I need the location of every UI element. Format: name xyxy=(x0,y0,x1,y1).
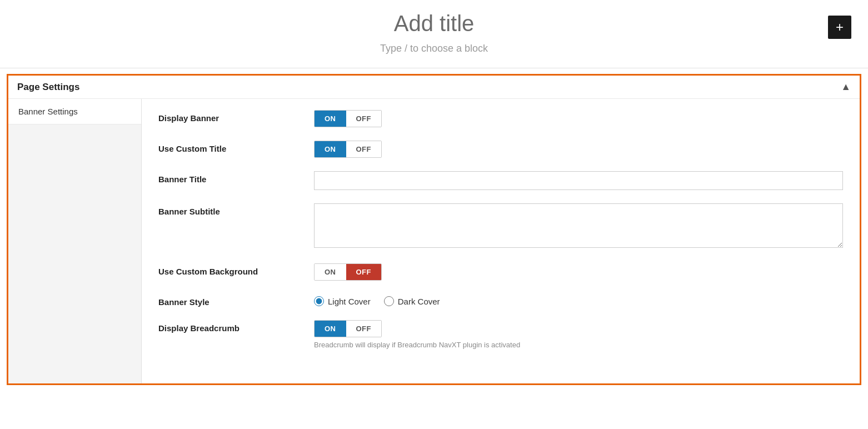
banner-style-label: Banner Style xyxy=(158,294,314,307)
display-breadcrumb-control: ON OFF Breadcrumb will display if Breadc… xyxy=(314,320,843,349)
panel-body: Banner Settings Display Banner ON OFF Us… xyxy=(8,99,860,383)
use-custom-title-on[interactable]: ON xyxy=(315,141,346,157)
sidebar: Banner Settings xyxy=(8,99,142,383)
display-banner-row: Display Banner ON OFF xyxy=(158,110,843,127)
banner-style-light-radio[interactable] xyxy=(314,296,324,306)
content-area: Display Banner ON OFF Use Custom Title O… xyxy=(142,99,860,383)
display-breadcrumb-on[interactable]: ON xyxy=(315,321,346,337)
banner-style-dark-text: Dark Cover xyxy=(398,297,440,306)
page-settings-panel: Page Settings ▲ Banner Settings Display … xyxy=(7,74,861,385)
use-custom-background-on[interactable]: ON xyxy=(315,264,346,280)
banner-subtitle-label: Banner Subtitle xyxy=(158,203,314,216)
page-title: Add title xyxy=(0,11,868,36)
add-block-button[interactable]: + xyxy=(828,16,851,39)
collapse-icon: ▲ xyxy=(841,81,851,92)
display-breadcrumb-toggle: ON OFF xyxy=(314,320,382,337)
banner-style-row: Banner Style Light Cover Dark Cover xyxy=(158,294,843,307)
banner-title-row: Banner Title xyxy=(158,171,843,190)
display-breadcrumb-label: Display Breadcrumb xyxy=(158,320,314,333)
banner-title-control xyxy=(314,171,843,190)
banner-subtitle-row: Banner Subtitle xyxy=(158,203,843,250)
display-banner-label: Display Banner xyxy=(158,110,314,123)
banner-title-label: Banner Title xyxy=(158,171,314,184)
display-banner-on[interactable]: ON xyxy=(315,111,346,127)
banner-title-input[interactable] xyxy=(314,171,843,190)
use-custom-background-label: Use Custom Background xyxy=(158,263,314,276)
use-custom-background-toggle: ON OFF xyxy=(314,263,382,281)
use-custom-background-off[interactable]: OFF xyxy=(346,264,382,280)
panel-collapse-button[interactable]: ▲ xyxy=(841,81,851,93)
use-custom-title-toggle: ON OFF xyxy=(314,141,382,158)
display-breadcrumb-row: Display Breadcrumb ON OFF Breadcrumb wil… xyxy=(158,320,843,349)
plus-icon: + xyxy=(836,19,844,35)
banner-style-radio-group: Light Cover Dark Cover xyxy=(314,294,843,306)
use-custom-title-control: ON OFF xyxy=(314,141,843,158)
banner-style-control: Light Cover Dark Cover xyxy=(314,294,843,306)
banner-style-light-text: Light Cover xyxy=(328,297,371,306)
top-area: Add title Type / to choose a block + xyxy=(0,0,868,68)
sidebar-item-banner-settings[interactable]: Banner Settings xyxy=(8,99,141,124)
use-custom-background-row: Use Custom Background ON OFF xyxy=(158,263,843,281)
banner-subtitle-control xyxy=(314,203,843,250)
banner-style-light-label[interactable]: Light Cover xyxy=(314,296,371,306)
panel-header: Page Settings ▲ xyxy=(8,76,860,99)
block-hint: Type / to choose a block xyxy=(0,43,868,54)
display-banner-off[interactable]: OFF xyxy=(346,111,382,127)
banner-style-dark-label[interactable]: Dark Cover xyxy=(384,296,440,306)
use-custom-background-control: ON OFF xyxy=(314,263,843,281)
banner-style-dark-radio[interactable] xyxy=(384,296,394,306)
panel-title: Page Settings xyxy=(17,82,79,93)
use-custom-title-off[interactable]: OFF xyxy=(346,141,382,157)
display-banner-toggle: ON OFF xyxy=(314,110,382,127)
display-banner-control: ON OFF xyxy=(314,110,843,127)
banner-subtitle-input[interactable] xyxy=(314,203,843,248)
use-custom-title-label: Use Custom Title xyxy=(158,141,314,153)
use-custom-title-row: Use Custom Title ON OFF xyxy=(158,141,843,158)
display-breadcrumb-off[interactable]: OFF xyxy=(346,321,382,337)
breadcrumb-note: Breadcrumb will display if Breadcrumb Na… xyxy=(314,341,843,349)
